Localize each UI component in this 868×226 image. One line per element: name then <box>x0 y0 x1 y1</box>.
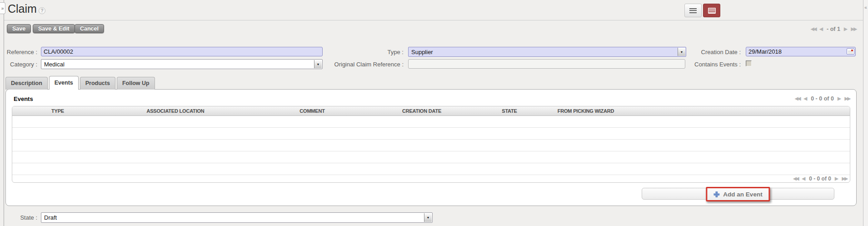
help-icon[interactable]: ? <box>39 7 45 14</box>
reference-input[interactable] <box>41 47 323 56</box>
events-pager-bottom: ◀◀ ◀ 0 - 0 of 0 ▶ ▶▶ <box>793 176 847 182</box>
header-divider <box>4 20 863 20</box>
tab-description[interactable]: Description <box>5 77 48 90</box>
state-select[interactable]: Draft ▼ <box>41 212 433 223</box>
column-header-state[interactable]: STATE <box>467 106 552 116</box>
notebook-tabs: Description Events Products Follow Up <box>5 76 156 90</box>
view-switch-form-button[interactable] <box>703 4 720 17</box>
type-select-value: Supplier <box>411 49 433 55</box>
right-sidebar-edge <box>863 0 868 226</box>
tab-events[interactable]: Events <box>49 76 79 90</box>
events-list: TYPE ASSOCIATED LOCATION COMMENT CREATIO… <box>12 106 850 183</box>
table-row <box>12 140 850 151</box>
column-header-from-picking-wizard[interactable]: FROM PICKING WIZARD <box>552 106 619 116</box>
next-page-button[interactable]: ▶ <box>835 176 838 181</box>
category-select-value: Medical <box>44 61 65 68</box>
first-page-button[interactable]: ◀◀ <box>795 96 800 101</box>
category-select[interactable]: Medical ▼ <box>41 59 323 69</box>
chevrons-right-icon: » <box>1 6 4 11</box>
add-event-button[interactable]: Add an Event <box>706 187 770 201</box>
table-row <box>12 163 850 175</box>
left-sidebar-edge <box>0 0 4 226</box>
creation-date-label: Creation Date : <box>652 49 741 55</box>
table-row <box>12 116 850 128</box>
previous-page-button[interactable]: ◀ <box>802 176 806 181</box>
chevron-down-icon[interactable]: ▼ <box>424 213 432 222</box>
last-page-button[interactable]: ▶▶ <box>845 96 850 101</box>
table-row <box>12 151 850 163</box>
events-list-header: TYPE ASSOCIATED LOCATION COMMENT CREATIO… <box>12 106 850 116</box>
events-pager-top: ◀◀ ◀ 0 - 0 of 0 ▶ ▶▶ <box>795 95 850 102</box>
state-label: State : <box>4 214 37 221</box>
column-header-comment[interactable]: COMMENT <box>248 106 377 116</box>
category-label: Category : <box>4 61 37 68</box>
plus-icon <box>713 191 719 197</box>
column-header-type[interactable]: TYPE <box>12 106 103 116</box>
save-and-edit-button[interactable]: Save & Edit <box>33 24 75 33</box>
state-select-value: Draft <box>44 214 57 221</box>
last-record-button[interactable]: ▶▶ <box>851 27 856 31</box>
last-page-button[interactable]: ▶▶ <box>842 176 847 181</box>
save-button[interactable]: Save <box>7 24 31 33</box>
events-panel: Events ◀◀ ◀ 0 - 0 of 0 ▶ ▶▶ TYPE ASSOCIA… <box>5 89 857 206</box>
original-claim-reference-input[interactable] <box>408 59 685 69</box>
page-title: Claim <box>8 2 37 15</box>
reference-label: Reference : <box>4 49 37 55</box>
column-header-associated-location[interactable]: ASSOCIATED LOCATION <box>103 106 248 116</box>
chevrons-left-icon: « <box>864 5 867 10</box>
previous-page-button[interactable]: ◀ <box>803 96 807 101</box>
creation-date-input[interactable] <box>746 47 856 56</box>
type-select[interactable]: Supplier ▼ <box>408 47 686 57</box>
events-pager-top-label: 0 - 0 of 0 <box>811 95 834 102</box>
previous-record-button[interactable]: ◀ <box>819 27 823 31</box>
column-header-creation-date[interactable]: CREATION DATE <box>377 106 467 116</box>
expand-left-panel-handle[interactable]: » <box>0 2 5 14</box>
original-claim-reference-label: Original Claim Reference : <box>285 61 404 68</box>
contains-events-checkbox[interactable] <box>746 60 752 66</box>
tab-products[interactable]: Products <box>80 77 115 90</box>
form-view-icon <box>708 8 716 14</box>
contains-events-label: Contains Events : <box>652 61 741 68</box>
expand-right-panel-handle[interactable]: « <box>863 3 868 12</box>
tab-follow-up[interactable]: Follow Up <box>117 77 155 90</box>
list-view-icon <box>689 8 697 13</box>
view-switch-list-button[interactable] <box>684 4 702 17</box>
first-record-button[interactable]: ◀◀ <box>811 27 816 31</box>
first-page-button[interactable]: ◀◀ <box>793 176 798 181</box>
next-record-button[interactable]: ▶ <box>844 27 848 31</box>
cancel-button[interactable]: Cancel <box>75 24 104 33</box>
type-label: Type : <box>314 49 404 55</box>
events-pager-bottom-label: 0 - 0 of 0 <box>809 176 831 182</box>
record-pager-label: - of 1 <box>827 26 840 32</box>
events-section-title: Events <box>14 95 33 102</box>
record-pager: ◀◀ ◀ - of 1 ▶ ▶▶ <box>811 26 856 32</box>
table-row <box>12 128 850 140</box>
column-header-filler <box>619 106 850 116</box>
next-page-button[interactable]: ▶ <box>838 96 841 101</box>
calendar-icon[interactable] <box>847 48 854 55</box>
events-footer-bar: Add an Event <box>642 188 834 200</box>
add-event-button-label: Add an Event <box>723 191 762 198</box>
